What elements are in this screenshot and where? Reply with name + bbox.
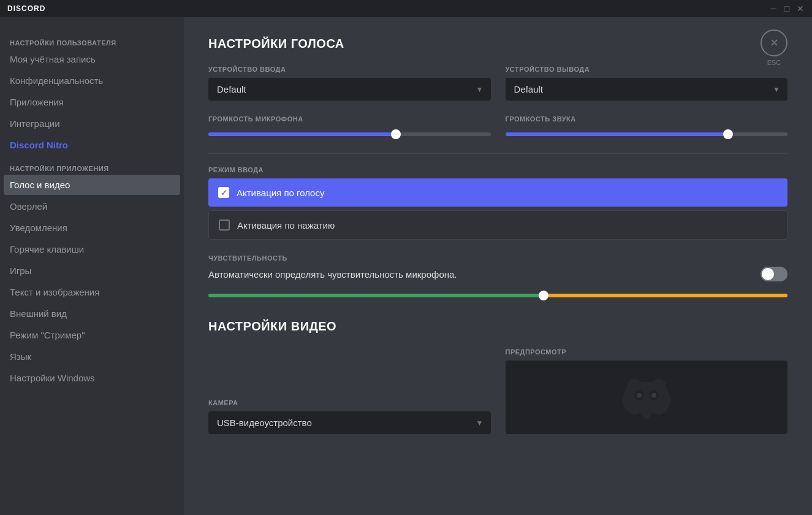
sidebar-item-streamer[interactable]: Режим "Стример"	[4, 325, 180, 345]
push-to-talk-label: Активация по нажатию	[237, 220, 335, 231]
divider-1	[208, 153, 787, 154]
voice-activation-option[interactable]: ✓ Активация по голосу	[208, 178, 787, 207]
sidebar-item-hotkeys[interactable]: Горячие клавиши	[4, 239, 180, 259]
volume-row: ГРОМКОСТЬ МИКРОФОНА ГРОМКОСТЬ ЗВУКА	[208, 115, 787, 139]
voice-section-title: НАСТРОЙКИ ГОЛОСА	[208, 37, 787, 51]
preview-placeholder-icon	[616, 370, 677, 425]
input-mode-section: РЕЖИМ ВВОДА ✓ Активация по голосу Актива…	[208, 166, 787, 240]
sidebar-item-apps[interactable]: Приложения	[4, 92, 180, 112]
sensitivity-slider[interactable]	[208, 294, 787, 297]
sound-volume-slider[interactable]	[506, 132, 788, 136]
sidebar-item-appearance[interactable]: Внешний вид	[4, 303, 180, 324]
preview-group: ПРЕДПРОСМОТР	[506, 348, 788, 434]
sidebar-item-account[interactable]: Моя учётная запись	[4, 49, 180, 69]
output-device-wrapper: Default ▼	[506, 78, 788, 101]
main-layout: НАСТРОЙКИ ПОЛЬЗОВАТЕЛЯ Моя учётная запис…	[0, 17, 812, 515]
svg-point-3	[651, 393, 656, 398]
sidebar-item-integrations[interactable]: Интеграции	[4, 113, 180, 134]
app-title: DISCORD	[7, 4, 45, 13]
sidebar: НАСТРОЙКИ ПОЛЬЗОВАТЕЛЯ Моя учётная запис…	[0, 17, 184, 515]
input-device-wrapper: Default ▼	[208, 78, 491, 101]
mic-volume-group: ГРОМКОСТЬ МИКРОФОНА	[208, 115, 491, 139]
close-button[interactable]: ✕	[796, 4, 805, 13]
input-device-group: УСТРОЙСТВО ВВОДА Default ▼	[208, 66, 491, 101]
content-area: ✕ ESC НАСТРОЙКИ ГОЛОСА УСТРОЙСТВО ВВОДА …	[184, 17, 812, 515]
sidebar-item-notifications[interactable]: Уведомления	[4, 218, 180, 238]
sidebar-section-user-settings: НАСТРОЙКИ ПОЛЬЗОВАТЕЛЯ	[4, 36, 180, 49]
sound-volume-label: ГРОМКОСТЬ ЗВУКА	[506, 115, 788, 123]
esc-button[interactable]: ✕	[761, 29, 787, 56]
auto-sensitivity-text: Автоматически определять чувствительност…	[208, 269, 457, 280]
window-controls: ─ □ ✕	[769, 4, 805, 13]
esc-button-group: ✕ ESC	[761, 29, 787, 66]
sound-volume-group: ГРОМКОСТЬ ЗВУКА	[506, 115, 788, 139]
push-to-talk-checkbox	[219, 219, 230, 231]
input-mode-label: РЕЖИМ ВВОДА	[208, 166, 787, 174]
sensitivity-section: ЧУВСТВИТЕЛЬНОСТЬ Автоматически определят…	[208, 254, 787, 300]
sidebar-item-overlay[interactable]: Оверлей	[4, 196, 180, 216]
device-row: УСТРОЙСТВО ВВОДА Default ▼ УСТРОЙСТВО ВЫ…	[208, 66, 787, 101]
camera-select-wrapper: USB-видеоустройство ▼	[208, 411, 491, 434]
camera-select[interactable]: USB-видеоустройство	[208, 411, 491, 434]
video-section: НАСТРОЙКИ ВИДЕО КАМЕРА USB-видеоустройст…	[208, 319, 787, 434]
auto-sensitivity-toggle[interactable]	[761, 267, 787, 281]
sidebar-item-voice[interactable]: Голос и видео	[4, 175, 180, 195]
minimize-button[interactable]: ─	[769, 4, 778, 13]
sidebar-item-windows[interactable]: Настройки Windows	[4, 368, 180, 388]
output-device-label: УСТРОЙСТВО ВЫВОДА	[506, 66, 788, 73]
output-device-group: УСТРОЙСТВО ВЫВОДА Default ▼	[506, 66, 788, 101]
sidebar-item-nitro[interactable]: Discord Nitro	[4, 135, 180, 155]
output-device-select[interactable]: Default	[506, 78, 788, 101]
input-device-select[interactable]: Default	[208, 78, 491, 101]
preview-label: ПРЕДПРОСМОТР	[506, 348, 788, 356]
voice-activation-label: Активация по голосу	[237, 188, 324, 198]
esc-label: ESC	[767, 59, 781, 66]
toggle-knob	[762, 268, 774, 280]
input-device-label: УСТРОЙСТВО ВВОДА	[208, 66, 491, 73]
mic-volume-label: ГРОМКОСТЬ МИКРОФОНА	[208, 115, 491, 123]
camera-label: КАМЕРА	[208, 399, 491, 406]
sidebar-section-app-settings: НАСТРОЙКИ ПРИЛОЖЕНИЯ	[4, 161, 180, 175]
voice-activation-checkbox: ✓	[218, 187, 229, 198]
sidebar-item-language[interactable]: Язык	[4, 346, 180, 367]
svg-point-2	[637, 393, 642, 398]
sidebar-item-text[interactable]: Текст и изображения	[4, 282, 180, 302]
camera-preview	[506, 360, 788, 434]
camera-group: КАМЕРА USB-видеоустройство ▼	[208, 399, 491, 434]
sidebar-item-games[interactable]: Игры	[4, 261, 180, 281]
auto-sensitivity-row: Автоматически определять чувствительност…	[208, 267, 787, 281]
sensitivity-label: ЧУВСТВИТЕЛЬНОСТЬ	[208, 254, 787, 262]
mic-volume-slider[interactable]	[208, 132, 491, 136]
sidebar-item-privacy[interactable]: Конфиденциальность	[4, 71, 180, 91]
video-bottom-row: КАМЕРА USB-видеоустройство ▼ ПРЕДПРОСМОТ…	[208, 348, 787, 434]
maximize-button[interactable]: □	[783, 4, 791, 13]
titlebar: DISCORD ─ □ ✕	[0, 0, 812, 17]
push-to-talk-option[interactable]: Активация по нажатию	[208, 210, 787, 240]
video-section-title: НАСТРОЙКИ ВИДЕО	[208, 319, 787, 334]
